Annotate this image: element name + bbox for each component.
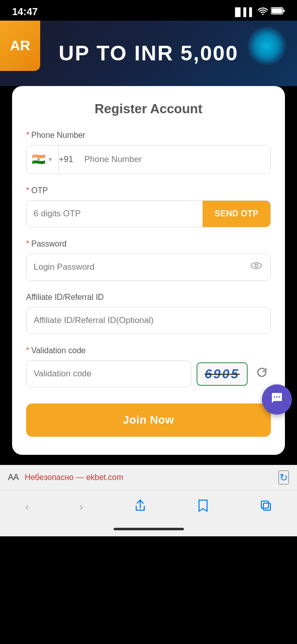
modal-card: Register Account *Phone Number 🇮🇳 ▼ +91 … <box>12 86 285 455</box>
status-icons: ▐▌▌▌ <box>232 7 285 17</box>
home-pill <box>114 528 184 530</box>
support-fab[interactable] <box>262 384 292 415</box>
otp-field-group: *OTP SEND OTP <box>26 186 271 227</box>
status-bar: 14:47 ▐▌▌▌ <box>0 0 297 21</box>
banner-glow <box>247 26 287 66</box>
svg-rect-9 <box>263 503 270 510</box>
nav-back-button[interactable]: ‹ <box>17 499 37 516</box>
password-input[interactable] <box>27 254 242 280</box>
svg-point-6 <box>276 396 278 397</box>
send-otp-button[interactable]: SEND OTP <box>203 201 270 227</box>
phone-label: *Phone Number <box>26 131 271 140</box>
otp-input[interactable] <box>27 201 203 227</box>
bottom-spacer <box>0 455 297 465</box>
svg-point-3 <box>251 263 261 269</box>
svg-point-5 <box>274 396 275 397</box>
banner-ar-badge: AR <box>0 21 40 71</box>
flag-emoji: 🇮🇳 <box>32 153 45 166</box>
svg-rect-8 <box>261 501 268 508</box>
nav-bookmarks-button[interactable] <box>189 497 217 517</box>
captcha-text: 6905 <box>205 366 240 382</box>
affiliate-field-group: Affiliate ID/Referral ID <box>26 293 271 334</box>
join-now-button[interactable]: Join Now <box>26 404 271 437</box>
country-code: +91 <box>59 154 77 165</box>
password-wrapper <box>26 254 271 281</box>
country-selector[interactable]: 🇮🇳 ▼ <box>27 145 59 174</box>
support-chat-icon <box>270 391 284 409</box>
phone-field-group: *Phone Number 🇮🇳 ▼ +91 <box>26 131 271 174</box>
affiliate-input[interactable] <box>26 307 271 334</box>
svg-rect-1 <box>272 9 282 14</box>
otp-wrapper: SEND OTP <box>26 200 271 227</box>
form-title: Register Account <box>26 101 271 117</box>
nav-bar: ‹ › <box>0 490 297 521</box>
password-required-star: * <box>26 239 29 248</box>
country-dropdown-arrow: ▼ <box>47 156 53 163</box>
browser-bar: AA Небезопасно — ekbet.com ↻ <box>0 465 297 490</box>
phone-required-star: * <box>26 131 29 139</box>
svg-point-7 <box>279 396 280 397</box>
browser-reload-button[interactable]: ↻ <box>278 470 289 485</box>
svg-rect-2 <box>283 10 285 12</box>
wifi-icon <box>258 7 268 17</box>
nav-share-button[interactable] <box>126 497 155 517</box>
signal-icon: ▐▌▌▌ <box>232 8 255 17</box>
modal-wrapper: Register Account *Phone Number 🇮🇳 ▼ +91 … <box>0 86 297 455</box>
password-toggle-button[interactable] <box>242 260 270 275</box>
validation-label: *Validation code <box>26 346 271 355</box>
validation-wrapper: 6905 <box>26 360 271 387</box>
validation-required-star: * <box>26 346 29 355</box>
top-banner: AR UP TO INR 5,000 <box>0 21 297 86</box>
svg-point-4 <box>255 264 258 267</box>
banner-text: UP TO INR 5,000 <box>59 41 239 65</box>
captcha-box: 6905 <box>196 362 248 386</box>
password-label: *Password <box>26 239 271 249</box>
nav-forward-button[interactable]: › <box>71 499 91 516</box>
password-field-group: *Password <box>26 239 271 281</box>
nav-tabs-button[interactable] <box>252 498 280 517</box>
phone-input-wrapper: 🇮🇳 ▼ +91 <box>26 145 271 174</box>
battery-icon <box>271 7 285 17</box>
affiliate-label: Affiliate ID/Referral ID <box>26 293 271 302</box>
browser-aa-button[interactable]: AA <box>8 473 19 482</box>
status-time: 14:47 <box>12 6 38 18</box>
browser-url: Небезопасно — ekbet.com <box>25 473 272 482</box>
otp-label: *OTP <box>26 186 271 195</box>
phone-input[interactable] <box>77 146 270 173</box>
validation-field-group: *Validation code 6905 <box>26 346 271 387</box>
otp-required-star: * <box>26 186 29 195</box>
captcha-refresh-button[interactable] <box>253 363 271 385</box>
validation-code-input[interactable] <box>26 360 191 387</box>
home-indicator <box>0 521 297 536</box>
